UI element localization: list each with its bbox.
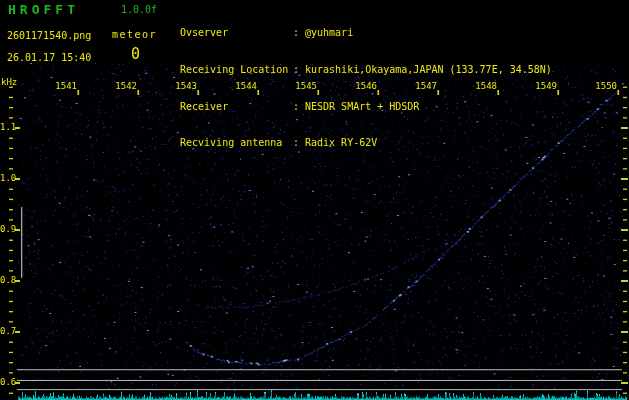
freq-tick-label: 0.8 (0, 276, 15, 285)
time-tick-label: 1548 (473, 82, 497, 91)
meteor-count-label: meteor (112, 30, 157, 40)
freq-tick-label: 1.1 (0, 123, 15, 132)
info-value: NESDR SMArt + HDSDR (305, 101, 419, 113)
datetime-label: 26.01.17 15:40 (7, 53, 91, 63)
info-value: Radix RY-62V (305, 137, 377, 149)
info-label: Recviving antenna (180, 137, 293, 149)
info-row-observer: Ovserver:@yuhmari (180, 27, 552, 39)
app-title: HROFFT (8, 3, 79, 17)
info-label: Receiving Location (180, 64, 293, 76)
time-tick-label: 1549 (533, 82, 557, 91)
info-label: Receiver (180, 101, 293, 113)
app-version: 1.0.0f (121, 5, 157, 15)
info-row-antenna: Recviving antenna:Radix RY-62V (180, 137, 552, 149)
freq-tick-label: 0.9 (0, 225, 15, 234)
time-tick-label: 1550 (593, 82, 617, 91)
info-value: @yuhmari (305, 27, 353, 39)
info-label: Ovserver (180, 27, 293, 39)
y-axis-unit: kHz (1, 78, 17, 87)
info-colon: : (293, 101, 305, 113)
info-colon: : (293, 64, 305, 76)
info-colon: : (293, 137, 305, 149)
info-value: kurashiki,Okayama,JAPAN (133.77E, 34.58N… (305, 64, 552, 76)
time-tick-label: 1542 (113, 82, 137, 91)
time-tick-label: 1541 (53, 82, 77, 91)
output-filename: 2601171540.png (7, 31, 91, 41)
freq-tick-label: 0.7 (0, 327, 15, 336)
time-tick-label: 1547 (413, 82, 437, 91)
time-tick-label: 1545 (293, 82, 317, 91)
time-tick-label: 1543 (173, 82, 197, 91)
info-colon: : (293, 27, 305, 39)
hrofft-output: HROFFT 1.0.0f 2601171540.png 26.01.17 15… (0, 0, 629, 400)
meteor-count-value: 0 (131, 47, 140, 62)
time-tick-label: 1546 (353, 82, 377, 91)
freq-tick-label: 1.0 (0, 174, 15, 183)
info-row-location: Receiving Location:kurashiki,Okayama,JAP… (180, 64, 552, 76)
freq-tick-label: 0.6 (0, 378, 15, 387)
info-row-receiver: Receiver:NESDR SMArt + HDSDR (180, 101, 552, 113)
time-tick-label: 1544 (233, 82, 257, 91)
